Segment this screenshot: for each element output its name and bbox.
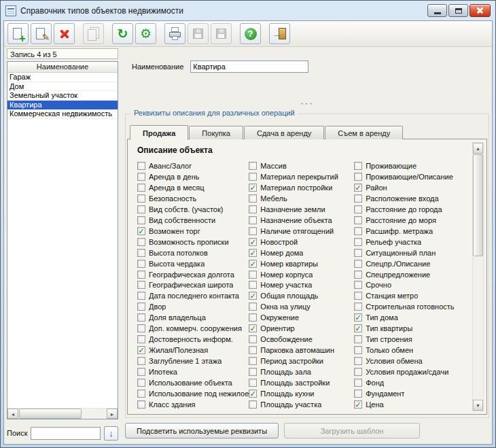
list-header[interactable]: Наименование bbox=[7, 62, 118, 73]
checkbox-row[interactable]: Дата последнего контакта bbox=[137, 290, 249, 301]
checkbox-row[interactable]: ✓Площадь кухни bbox=[249, 388, 354, 399]
checkbox-row[interactable]: Номер корпуса bbox=[249, 269, 354, 280]
checkbox-row[interactable]: Расстояние до моря bbox=[354, 215, 459, 226]
tab-pokupka[interactable]: Покупка bbox=[189, 126, 243, 139]
checkbox-row[interactable]: Парковка автомашин bbox=[249, 345, 354, 356]
checkbox-row[interactable]: ✓Общая площадь bbox=[249, 290, 354, 301]
vertical-scrollbar[interactable]: ▲ ▼ bbox=[472, 142, 484, 411]
checkbox-row[interactable]: Номер участка bbox=[249, 279, 354, 290]
checkbox-row[interactable]: Площадь застройки bbox=[249, 377, 354, 388]
checkbox-row[interactable]: Освобождение bbox=[249, 334, 354, 345]
checkbox-row[interactable]: Тип строения bbox=[354, 334, 459, 345]
checkbox-row[interactable]: Использование объекта bbox=[137, 377, 249, 388]
checkbox-row[interactable]: Аренда в день bbox=[137, 171, 249, 182]
checkbox-row[interactable]: Назначение земли bbox=[249, 204, 354, 215]
checkbox-row[interactable]: Проживающие bbox=[354, 160, 459, 171]
checkbox-row[interactable]: ✓Тип дома bbox=[354, 312, 459, 323]
checkbox-row[interactable]: Расположение входа bbox=[354, 193, 459, 204]
checkbox-row[interactable]: Возможность прописки bbox=[137, 237, 249, 247]
tab-prodazha[interactable]: Продажа bbox=[130, 125, 188, 140]
close-button[interactable] bbox=[470, 4, 491, 17]
checkbox-row[interactable]: Условия продажи/сдачи bbox=[354, 366, 459, 377]
checkbox-row[interactable]: Достоверность информ. bbox=[137, 334, 249, 345]
checkbox-row[interactable]: Аренда в месяц bbox=[137, 182, 249, 193]
checkbox-row[interactable]: ✓Возможен торг bbox=[137, 226, 249, 237]
titlebar[interactable]: Справочник типов объектов недвижимости bbox=[1, 1, 495, 20]
checkbox-row[interactable]: Период застройки bbox=[249, 356, 354, 366]
checkbox-row[interactable]: ✓Цена bbox=[354, 399, 459, 410]
checkbox-row[interactable]: Фонд bbox=[354, 377, 459, 388]
search-input[interactable] bbox=[31, 427, 101, 440]
list-item[interactable]: Квартира bbox=[7, 101, 118, 110]
list-item[interactable]: Гараж bbox=[7, 73, 118, 82]
checkbox-row[interactable]: ✓Район bbox=[354, 182, 459, 193]
checkbox-row[interactable]: Аванс/Залог bbox=[137, 160, 249, 171]
checkbox-row[interactable]: Вид собственности bbox=[137, 215, 249, 226]
checkbox-row[interactable]: ✓Номер квартиры bbox=[249, 258, 354, 269]
checkbox-row[interactable]: Использование под нежилое bbox=[137, 388, 249, 399]
checkbox-row[interactable]: Окна на улицу bbox=[249, 301, 354, 312]
hscroll-thumb[interactable] bbox=[19, 409, 82, 419]
checkbox-row[interactable]: Рельеф участка bbox=[354, 237, 459, 247]
checkbox-row[interactable]: Географическая долгота bbox=[137, 269, 249, 280]
checkbox-row[interactable]: Географическая широта bbox=[137, 279, 249, 290]
checkbox-row[interactable]: Фундамент bbox=[354, 388, 459, 399]
checkbox-row[interactable]: ✓Номер дома bbox=[249, 247, 354, 258]
checkbox-row[interactable]: Строительная готовность bbox=[354, 301, 459, 312]
vscroll-thumb[interactable] bbox=[473, 154, 483, 256]
add-button[interactable]: + bbox=[7, 23, 29, 44]
checkbox-row[interactable]: Условия обмена bbox=[354, 356, 459, 366]
checkbox-row[interactable]: Назначение объекта bbox=[249, 215, 354, 226]
list-item[interactable]: Земельный участок bbox=[7, 91, 118, 101]
settings-button[interactable]: ⚙ bbox=[135, 23, 156, 44]
maximize-button[interactable] bbox=[448, 4, 468, 17]
checkbox-row[interactable]: Безопасность bbox=[137, 193, 249, 204]
checkbox-row[interactable]: Заглубление 1 этажа bbox=[137, 356, 249, 366]
tab-syem-v-arendu[interactable]: Съем в аренду bbox=[325, 126, 403, 139]
delete-button[interactable] bbox=[54, 23, 75, 44]
checkbox-row[interactable]: Класс здания bbox=[137, 399, 249, 410]
print-button[interactable] bbox=[164, 23, 185, 44]
highlight-used-button[interactable]: Подсветить используемые реквизиты bbox=[125, 423, 279, 438]
checkbox-row[interactable]: Расшифр. метража bbox=[354, 226, 459, 237]
checkbox-row[interactable]: Высота потолков bbox=[137, 247, 249, 258]
checkbox-row[interactable]: Спецпредложение bbox=[354, 269, 459, 280]
checkbox-row[interactable]: ✓Материал постройки bbox=[249, 182, 354, 193]
scroll-left-icon[interactable]: ◄ bbox=[7, 409, 18, 419]
scroll-down-icon[interactable]: ▼ bbox=[473, 400, 483, 411]
list-item[interactable]: Коммерческая недвижимость bbox=[7, 109, 118, 119]
checkbox-row[interactable]: Высота чердака bbox=[137, 258, 249, 269]
checkbox-row[interactable]: Вид собств. (участок) bbox=[137, 204, 249, 215]
name-input[interactable] bbox=[190, 61, 308, 73]
checkbox-row[interactable]: ✓Ориентир bbox=[249, 323, 354, 334]
checkbox-row[interactable]: ✓Жилая/Полезная bbox=[137, 345, 249, 356]
search-button[interactable]: ↓ bbox=[104, 426, 118, 441]
help-button[interactable]: ? bbox=[240, 23, 261, 44]
checkbox-row[interactable]: Срочно bbox=[354, 279, 459, 290]
checkbox-row[interactable]: Спецпр./Описание bbox=[354, 258, 459, 269]
refresh-button[interactable]: ↻ bbox=[112, 23, 133, 44]
checkbox-row[interactable]: Проживающие/Описание bbox=[354, 171, 459, 182]
checkbox-row[interactable]: Двор bbox=[137, 301, 249, 312]
minimize-button[interactable] bbox=[427, 4, 447, 17]
edit-button[interactable]: ✎ bbox=[31, 23, 52, 44]
checkbox-row[interactable]: Окружение bbox=[249, 312, 354, 323]
checkbox-row[interactable]: Расстояние до города bbox=[354, 204, 459, 215]
checkbox-row[interactable]: Материал перекрытий bbox=[249, 171, 354, 182]
checkbox-row[interactable]: Доп. коммерч. сооружения bbox=[137, 323, 249, 334]
tab-sdacha-v-arendu[interactable]: Сдача в аренду bbox=[244, 126, 324, 139]
checkbox-row[interactable]: Наличие отягощений bbox=[249, 226, 354, 237]
checkbox-row[interactable]: Ситуационный план bbox=[354, 247, 459, 258]
checkbox-row[interactable]: Массив bbox=[249, 160, 354, 171]
checkbox-row[interactable]: Мебель bbox=[249, 193, 354, 204]
list-item[interactable]: Дом bbox=[7, 82, 118, 92]
checkbox-row[interactable]: Доля владельца bbox=[137, 312, 249, 323]
scroll-right-icon[interactable]: ► bbox=[107, 409, 118, 419]
checkbox-row[interactable]: Площадь участка bbox=[249, 399, 354, 410]
checkbox-row[interactable]: Только обмен bbox=[354, 345, 459, 356]
scroll-up-icon[interactable]: ▲ bbox=[473, 143, 483, 154]
splitter-grip[interactable]: ··· bbox=[124, 100, 491, 107]
checkbox-row[interactable]: ✓Новострой bbox=[249, 237, 354, 247]
exit-button[interactable]: → bbox=[269, 23, 290, 44]
horizontal-scrollbar[interactable]: ◄ ► bbox=[7, 408, 118, 419]
